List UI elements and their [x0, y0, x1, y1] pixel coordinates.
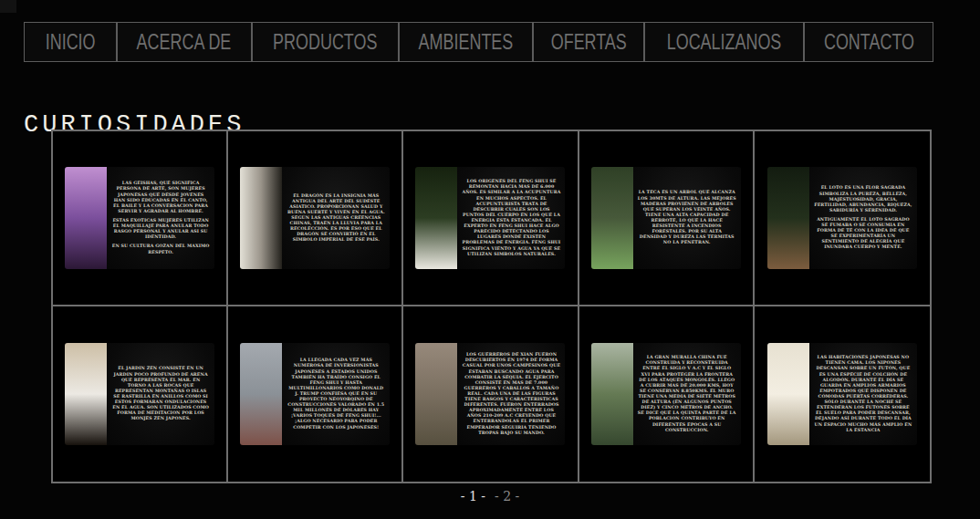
card-text-panel: EL DRAGÓN ES LA INSIGNIA MÁS ANTIGUA DEL…: [282, 167, 390, 269]
card-paragraph: LA TECA ES UN ARBOL QUE ALCANZA LOS 30MT…: [638, 190, 736, 245]
grid-cell: LA TECA ES UN ARBOL QUE ALCANZA LOS 30MT…: [579, 131, 755, 306]
card-paragraph: EL DRAGÓN ES LA INSIGNIA MÁS ANTIGUA DEL…: [287, 193, 385, 244]
terracotta-warriors-photo: [415, 343, 457, 445]
nav-button-inicio[interactable]: INICIO: [24, 22, 117, 62]
grid-cell: LOS GUERREROS DE XIAN FUERON DESCUBIERTO…: [403, 306, 579, 482]
nav-button-label: PRODUCTOS: [273, 30, 377, 55]
card-paragraph: LA LLEGADA CADA VEZ MÁS NUMEROSA DE INVE…: [287, 358, 385, 430]
nav-button-label: AMBIENTES: [419, 30, 514, 55]
card-paragraph: LAS HABITACIONES JAPONESAS NO TIENEN CAM…: [814, 355, 912, 433]
card-gran-muralla[interactable]: LA GRAN MURALLA CHINA FUE CONSTRUIDA Y R…: [591, 343, 741, 445]
card-text-panel: EL JARDIN ZEN CONSISTE EN UN JARDIN POCO…: [107, 343, 214, 445]
card-geishas[interactable]: LAS GEISHAS, QUE SIGNIFICA PERSONA DE AR…: [65, 167, 214, 269]
card-text-panel: LA TECA ES UN ARBOL QUE ALCANZA LOS 30MT…: [633, 167, 741, 269]
card-text-panel: EL LOTO ES UNA FLOR SAGRADA SIMBOLIZA LA…: [809, 167, 917, 269]
card-jardin-zen[interactable]: EL JARDIN ZEN CONSISTE EN UN JARDIN POCO…: [65, 343, 214, 445]
card-inversionistas[interactable]: LA LLEGADA CADA VEZ MÁS NUMEROSA DE INVE…: [240, 343, 390, 445]
card-paragraph: EN SU CULTURA GOZAN DEL MAXIMO RESPETO.: [111, 244, 210, 254]
card-feng-shui[interactable]: LOS ORIGENES DEL FENG SHUI SE REMONTAN H…: [415, 167, 565, 269]
grid-cell: LA LLEGADA CADA VEZ MÁS NUMEROSA DE INVE…: [228, 306, 403, 482]
card-habitaciones[interactable]: LAS HABITACIONES JAPONESAS NO TIENEN CAM…: [767, 343, 917, 445]
grid-cell: EL DRAGÓN ES LA INSIGNIA MÁS ANTIGUA DEL…: [228, 131, 403, 306]
nav-button-label: INICIO: [46, 30, 96, 55]
card-loto[interactable]: EL LOTO ES UNA FLOR SAGRADA SIMBOLIZA LA…: [767, 167, 917, 269]
card-paragraph: LOS GUERREROS DE XIAN FUERON DESCUBIERTO…: [462, 352, 560, 436]
nav-button-label: CONTACTO: [824, 30, 914, 55]
card-text-panel: LOS ORIGENES DEL FENG SHUI SE REMONTAN H…: [457, 167, 565, 269]
futon-bedroom-photo: [767, 343, 809, 445]
main-nav: INICIOACERCA DEPRODUCTOSAMBIENTESOFERTAS…: [24, 21, 933, 63]
card-text-panel: LA LLEGADA CADA VEZ MÁS NUMEROSA DE INVE…: [282, 343, 390, 445]
card-text-panel: LAS GEISHAS, QUE SIGNIFICA PERSONA DE AR…: [107, 167, 214, 269]
nav-button-label: OFERTAS: [551, 30, 627, 55]
card-text-panel: LOS GUERREROS DE XIAN FUERON DESCUBIERTO…: [457, 343, 565, 445]
pagination: - 1 -- 2 -: [0, 489, 980, 503]
card-text-panel: LA GRAN MURALLA CHINA FUE CONSTRUIDA Y R…: [633, 343, 741, 445]
teak-forest-photo: [591, 167, 633, 269]
card-paragraph: LA GRAN MURALLA CHINA FUE CONSTRUIDA Y R…: [638, 355, 736, 433]
page-link-1[interactable]: - 1 -: [461, 489, 485, 503]
garden-furniture-photo: [415, 167, 457, 269]
card-paragraph: ESTAS EXOTICAS MUJERES UTILIZAN EL MAQUI…: [111, 218, 210, 240]
nav-button-label: ACERCA DE: [137, 30, 232, 55]
nav-button-ambientes[interactable]: AMBIENTES: [399, 22, 534, 62]
nav-button-productos[interactable]: PRODUCTOS: [252, 22, 399, 62]
nav-button-ofertas[interactable]: OFERTAS: [533, 22, 644, 62]
card-paragraph: LOS ORIGENES DEL FENG SHUI SE REMONTAN H…: [462, 179, 560, 257]
card-paragraph: EL JARDIN ZEN CONSISTE EN UN JARDIN POCO…: [111, 366, 210, 421]
nav-button-contacto[interactable]: CONTACTO: [804, 22, 933, 62]
great-wall-valley-photo: [591, 343, 633, 445]
geisha-portrait-photo: [65, 167, 107, 269]
zen-garden-bowl-photo: [65, 343, 107, 445]
grid-cell: LAS GEISHAS, QUE SIGNIFICA PERSONA DE AR…: [53, 131, 228, 306]
grid-cell: LA GRAN MURALLA CHINA FUE CONSTRUIDA Y R…: [579, 306, 755, 482]
card-dragon[interactable]: EL DRAGÓN ES LA INSIGNIA MÁS ANTIGUA DEL…: [240, 167, 390, 269]
page-corner-shade: [0, 0, 16, 13]
card-paragraph: EL LOTO ES UNA FLOR SAGRADA SIMBOLIZA LA…: [814, 185, 912, 213]
nav-button-localizanos[interactable]: LOCALIZANOS: [644, 22, 804, 62]
card-text-panel: LAS HABITACIONES JAPONESAS NO TIENEN CAM…: [809, 343, 917, 445]
pearl-tower-photo: [240, 343, 282, 445]
asian-statue-photo: [240, 167, 282, 269]
page-link-2[interactable]: - 2 -: [495, 489, 519, 503]
nav-button-label: LOCALIZANOS: [667, 30, 782, 55]
card-teca[interactable]: LA TECA ES UN ARBOL QUE ALCANZA LOS 30MT…: [591, 167, 741, 269]
lotus-buddha-garden-photo: [767, 167, 809, 269]
grid-cell: LAS HABITACIONES JAPONESAS NO TIENEN CAM…: [755, 306, 930, 482]
card-paragraph: LAS GEISHAS, QUE SIGNIFICA PERSONA DE AR…: [111, 181, 210, 214]
nav-button-acerca-de[interactable]: ACERCA DE: [117, 22, 252, 62]
card-guerreros-xian[interactable]: LOS GUERREROS DE XIAN FUERON DESCUBIERTO…: [415, 343, 565, 445]
grid-cell: LOS ORIGENES DEL FENG SHUI SE REMONTAN H…: [403, 131, 579, 306]
grid-cell: EL LOTO ES UNA FLOR SAGRADA SIMBOLIZA LA…: [755, 131, 930, 306]
grid-cell: EL JARDIN ZEN CONSISTE EN UN JARDIN POCO…: [53, 306, 228, 482]
card-paragraph: ANTIGUAMENTE EL LOTO SAGRADO SE FUMABA O…: [814, 217, 912, 251]
cards-grid: LAS GEISHAS, QUE SIGNIFICA PERSONA DE AR…: [51, 130, 932, 483]
